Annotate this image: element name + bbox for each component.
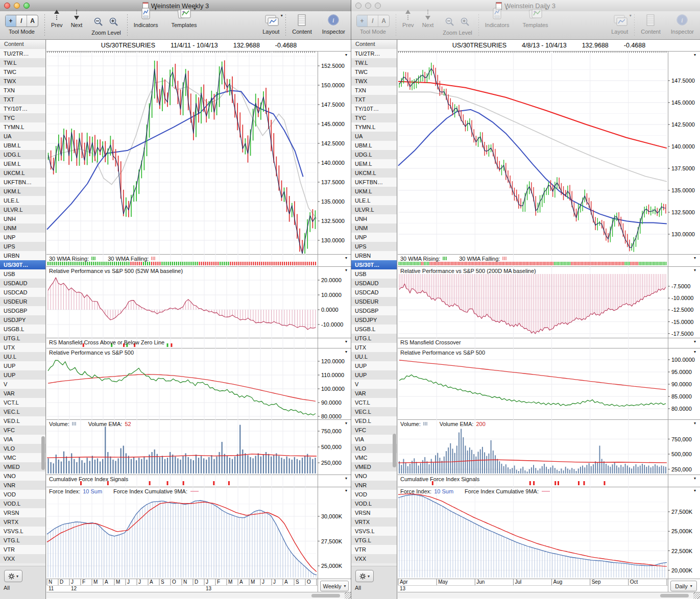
sidebar-filter-all[interactable]: All [355, 585, 361, 591]
content-button[interactable]: Content [641, 14, 661, 35]
symbol-list-item[interactable]: TYC [351, 113, 397, 122]
layout-button[interactable]: ▾ Layout [611, 14, 628, 35]
symbol-list-item[interactable]: UKM.L [351, 187, 397, 196]
symbol-list-item[interactable]: UBM.L [351, 141, 397, 150]
symbol-list-item[interactable]: USGB.L [351, 325, 397, 334]
symbol-list-item[interactable]: USDGBP [0, 306, 45, 315]
templates-button[interactable]: ▾ Templates [522, 7, 548, 28]
horizontal-scrollbar[interactable] [660, 594, 689, 597]
symbol-list-item[interactable]: VRSN [351, 508, 397, 517]
symbol-list-item[interactable]: UNM [0, 223, 45, 233]
symbol-list-item[interactable]: UUP [0, 361, 45, 370]
tool-text-button[interactable]: A [27, 15, 38, 27]
horizontal-scrollbar[interactable] [311, 594, 340, 597]
symbol-list-item[interactable]: VTG.L [0, 536, 45, 545]
symbol-list-item[interactable]: VMC [351, 453, 397, 462]
symbol-list-item[interactable]: TU/2TR… [351, 49, 397, 58]
symbol-list-item[interactable]: VIA [0, 435, 45, 444]
prev-button[interactable]: Prev [51, 7, 63, 28]
symbol-list-item[interactable]: UEM.L [0, 159, 45, 168]
symbol-list-item[interactable]: UU.L [0, 352, 45, 361]
symbol-list-item[interactable]: V [0, 380, 45, 389]
symbol-list-item[interactable]: VLO [351, 444, 397, 453]
symbol-list-item[interactable]: UKFTBN… [351, 178, 397, 187]
symbol-list-item[interactable]: USDJPY [0, 315, 45, 325]
symbol-list-item[interactable]: TW.L [0, 58, 45, 67]
layout-button[interactable]: ▾ Layout [262, 14, 279, 35]
symbol-list-item[interactable]: VTR [0, 545, 45, 554]
symbol-list-item[interactable]: UTX [0, 343, 45, 352]
symbol-list-item[interactable]: VAR [0, 389, 45, 398]
next-button[interactable]: Next [71, 7, 83, 28]
prev-button[interactable]: Prev [402, 7, 414, 28]
symbol-list-item[interactable]: VOD [0, 490, 45, 499]
timeframe-select[interactable]: Daily▾ [670, 581, 697, 591]
symbol-list-item[interactable]: UKM.L [0, 187, 45, 196]
indicators-button[interactable]: ▾ Indicators [485, 7, 510, 28]
symbol-list-item[interactable]: US/30T… [351, 260, 397, 269]
symbol-list-item[interactable]: VRTX [0, 517, 45, 527]
symbol-list-item[interactable]: TU/2TR… [0, 49, 45, 58]
zoom-in-icon[interactable] [460, 15, 470, 28]
symbol-list-item[interactable]: USB [351, 269, 397, 279]
symbol-list-item[interactable]: UUP [351, 370, 397, 380]
symbol-list-item[interactable]: UTG.L [0, 334, 45, 343]
symbol-list-item[interactable]: TYMN.L [0, 122, 45, 132]
symbol-list-item[interactable]: TWX [0, 77, 45, 86]
pane-menu-icon[interactable]: ▾ [694, 339, 696, 344]
symbol-list-item[interactable]: TXT [351, 95, 397, 104]
tool-move-button[interactable]: + [6, 15, 16, 27]
pane-menu-icon[interactable]: ▾ [345, 53, 347, 57]
symbol-list-item[interactable]: ULVR.L [351, 205, 397, 214]
pane-menu-icon[interactable]: ▾ [694, 256, 696, 260]
pane-menu-icon[interactable]: ▾ [694, 421, 696, 426]
symbol-list-item[interactable]: UA [351, 132, 397, 141]
symbol-list-item[interactable]: TWC [351, 67, 397, 77]
symbol-list-item[interactable]: VLO [0, 444, 45, 453]
zoom-in-icon[interactable] [109, 15, 119, 28]
tool-line-button[interactable]: / [368, 15, 378, 27]
symbol-list-item[interactable]: VOD.L [351, 499, 397, 508]
symbol-list-item[interactable]: VNO [351, 471, 397, 481]
symbol-list-item[interactable]: VFC [351, 426, 397, 435]
symbol-list-item[interactable]: USDAUD [0, 279, 45, 288]
symbol-list-item[interactable]: UNP [0, 233, 45, 242]
gear-button[interactable]: ▾ [4, 570, 22, 582]
symbol-list-item[interactable]: TXN [351, 86, 397, 95]
symbol-list-item[interactable]: VNR [351, 481, 397, 490]
symbol-list-item[interactable]: TXN [0, 86, 45, 95]
symbol-list-item[interactable]: TYC [0, 113, 45, 122]
resize-grip[interactable] [693, 592, 700, 599]
symbol-list-item[interactable]: TW.L [351, 58, 397, 67]
symbol-list-item[interactable]: ULE.L [0, 196, 45, 205]
symbol-list-item[interactable]: UPS [351, 242, 397, 251]
symbol-list-item[interactable]: VOD.L [0, 499, 45, 508]
symbol-list-item[interactable]: VXX [0, 554, 45, 563]
zoom-button[interactable] [375, 3, 381, 9]
pane-menu-icon[interactable]: ▾ [345, 488, 347, 493]
symbol-list-item[interactable]: UNH [0, 214, 45, 223]
symbol-list[interactable]: TU/2TR…TW.LTWCTWXTXNTXTTY/10T…TYCTYMN.LU… [0, 49, 45, 565]
pane-menu-icon[interactable]: ▾ [694, 53, 696, 57]
symbol-list-item[interactable]: UDG.L [351, 150, 397, 159]
symbol-list-item[interactable]: VCT.L [0, 398, 45, 407]
symbol-list-item[interactable]: VOD [351, 490, 397, 499]
symbol-list-item[interactable]: USDCAD [0, 288, 45, 297]
symbol-list-item[interactable]: UNH [351, 214, 397, 223]
symbol-list-item[interactable]: TYMN.L [351, 122, 397, 132]
symbol-list-item[interactable]: USDCAD [351, 288, 397, 297]
symbol-list-item[interactable]: VED.L [351, 416, 397, 426]
symbol-list-item[interactable]: UBM.L [0, 141, 45, 150]
pane-menu-icon[interactable]: ▾ [694, 350, 696, 354]
symbol-list-item[interactable]: TWC [0, 67, 45, 77]
pane-menu-icon[interactable]: ▾ [345, 268, 347, 272]
symbol-list-item[interactable]: UUP [0, 370, 45, 380]
symbol-list-item[interactable]: VMED [351, 462, 397, 471]
tool-move-button[interactable]: + [357, 15, 368, 27]
zoom-out-icon[interactable] [93, 15, 104, 28]
symbol-list-item[interactable]: USDJPY [351, 315, 397, 325]
symbol-list-item[interactable]: UTG.L [351, 334, 397, 343]
symbol-list[interactable]: TU/2TR…TW.LTWCTWXTXNTXTTY/10T…TYCTYMN.LU… [351, 49, 397, 565]
symbol-list-item[interactable]: VCT.L [351, 398, 397, 407]
pane-menu-icon[interactable]: ▾ [694, 268, 696, 272]
